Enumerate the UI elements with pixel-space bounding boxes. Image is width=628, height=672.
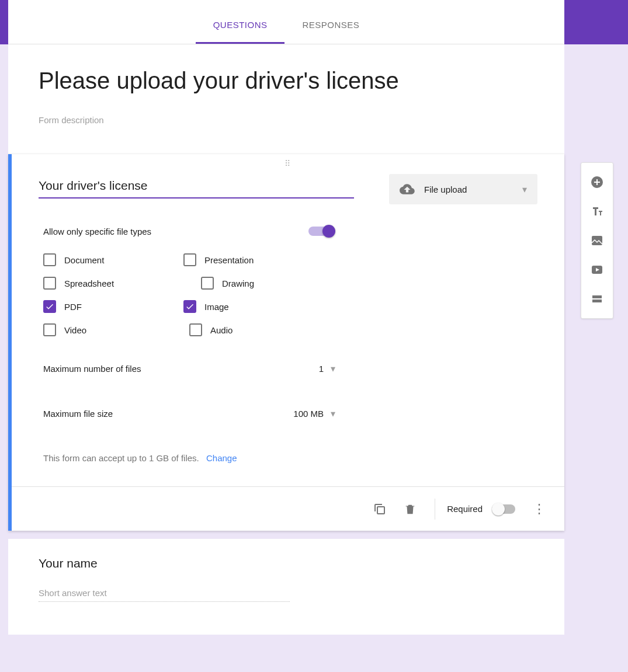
filetype-drawing-label: Drawing	[222, 278, 254, 288]
add-video-button[interactable]	[582, 255, 612, 284]
question-type-label: File upload	[424, 184, 522, 194]
max-files-label: Maximum number of files	[43, 364, 319, 374]
add-image-button[interactable]	[582, 226, 612, 255]
form-title[interactable]: Please upload your driver's license	[39, 68, 534, 94]
question-type-select[interactable]: File upload ▾	[389, 174, 537, 204]
checkbox-video[interactable]	[43, 323, 56, 336]
checkbox-audio[interactable]	[189, 323, 202, 336]
question-card-short-answer[interactable]: Your name Short answer text	[8, 539, 564, 635]
filetype-spreadsheet-label: Spreadsheet	[64, 278, 114, 288]
add-question-button[interactable]	[582, 168, 612, 197]
duplicate-button[interactable]	[367, 496, 393, 522]
form-header: Please upload your driver's license Form…	[8, 44, 564, 154]
short-answer-placeholder: Short answer text	[39, 588, 290, 602]
drag-handle-icon[interactable]: ⠿	[12, 154, 564, 170]
max-size-value[interactable]: 100 MB	[293, 409, 324, 419]
change-limit-link[interactable]: Change	[206, 453, 237, 463]
caret-down-icon[interactable]: ▾	[331, 363, 335, 374]
question-title-input[interactable]	[39, 174, 354, 199]
more-options-button[interactable]: ⋮	[529, 502, 549, 517]
checkbox-drawing[interactable]	[201, 277, 214, 290]
allow-specific-toggle[interactable]	[308, 225, 335, 237]
filetype-pdf-label: PDF	[64, 302, 82, 312]
svg-rect-2	[592, 236, 602, 245]
checkbox-spreadsheet[interactable]	[43, 277, 56, 290]
filetype-document-label: Document	[64, 255, 104, 265]
tab-questions[interactable]: QUESTIONS	[196, 20, 285, 44]
required-label: Required	[447, 504, 483, 514]
form-description[interactable]: Form description	[39, 115, 534, 125]
delete-button[interactable]	[397, 496, 423, 522]
tab-responses[interactable]: RESPONSES	[284, 20, 377, 44]
add-section-button[interactable]	[582, 284, 612, 314]
max-size-label: Maximum file size	[43, 409, 293, 419]
filetype-image-label: Image	[204, 302, 229, 312]
checkbox-pdf[interactable]	[43, 300, 56, 313]
checkbox-document[interactable]	[43, 253, 56, 266]
storage-limit-text: This form can accept up to 1 GB of files…	[43, 453, 199, 463]
add-title-button[interactable]	[582, 197, 612, 226]
divider	[435, 499, 435, 520]
filetype-audio-label: Audio	[210, 325, 233, 335]
filetype-presentation-label: Presentation	[204, 255, 254, 265]
allow-specific-label: Allow only specific file types	[43, 227, 151, 236]
svg-rect-0	[377, 507, 384, 514]
max-files-value[interactable]: 1	[319, 364, 324, 374]
svg-rect-4	[592, 295, 602, 298]
svg-rect-5	[592, 300, 602, 302]
tabs-bar: QUESTIONS RESPONSES	[8, 0, 564, 44]
short-question-title[interactable]: Your name	[39, 556, 534, 570]
required-toggle[interactable]	[492, 503, 519, 515]
question-card-file-upload: ⠿ File upload ▾ Allow only specific file…	[8, 154, 564, 531]
cloud-upload-icon	[400, 182, 415, 197]
filetype-video-label: Video	[64, 325, 86, 335]
caret-down-icon[interactable]: ▾	[331, 408, 335, 419]
checkbox-image[interactable]	[183, 300, 196, 313]
caret-down-icon: ▾	[522, 184, 527, 195]
checkbox-presentation[interactable]	[183, 253, 196, 266]
side-toolbar	[581, 162, 613, 319]
